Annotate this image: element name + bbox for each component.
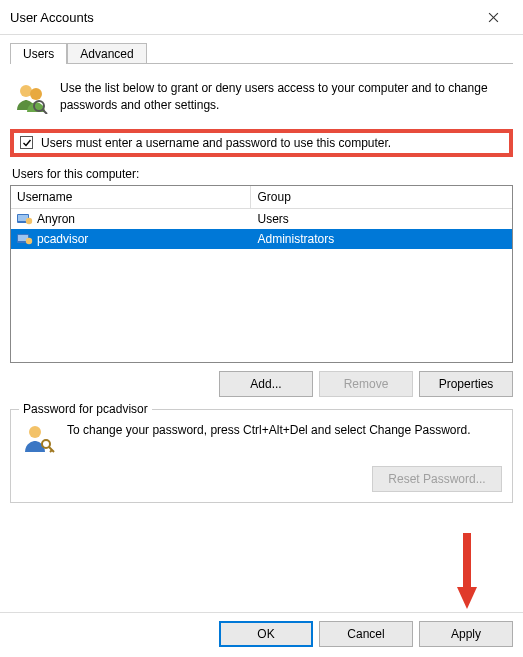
tab-advanced[interactable]: Advanced: [67, 43, 146, 63]
users-list-label: Users for this computer:: [12, 167, 513, 181]
require-login-checkbox[interactable]: [20, 136, 33, 149]
users-listbox[interactable]: Username Group Anyron Users p: [10, 185, 513, 363]
close-icon: [488, 12, 499, 23]
check-icon: [22, 138, 32, 148]
column-group[interactable]: Group: [251, 186, 512, 208]
add-button[interactable]: Add...: [219, 371, 313, 397]
svg-point-13: [42, 440, 50, 448]
listbox-header: Username Group: [11, 186, 512, 209]
require-login-label: Users must enter a username and password…: [41, 136, 391, 150]
tab-users[interactable]: Users: [10, 43, 67, 64]
svg-marker-17: [457, 587, 477, 609]
user-name: pcadvisor: [37, 232, 88, 246]
user-key-icon: [21, 422, 55, 456]
intro-row: Use the list below to grant or deny user…: [10, 72, 513, 127]
user-icon: [17, 212, 33, 226]
password-instructions: To change your password, press Ctrl+Alt+…: [67, 422, 471, 439]
properties-button[interactable]: Properties: [419, 371, 513, 397]
svg-point-8: [26, 218, 32, 224]
user-group: Administrators: [257, 232, 334, 246]
users-icon: [14, 80, 48, 114]
list-item[interactable]: Anyron Users: [11, 209, 512, 229]
svg-point-3: [30, 88, 42, 100]
titlebar: User Accounts: [0, 0, 523, 35]
column-username[interactable]: Username: [11, 186, 251, 208]
list-button-row: Add... Remove Properties: [10, 371, 513, 397]
svg-line-5: [43, 110, 47, 114]
tab-bar: Users Advanced: [10, 43, 513, 64]
close-button[interactable]: [471, 6, 515, 28]
annotation-highlight: Users must enter a username and password…: [10, 129, 513, 157]
user-icon: [17, 232, 33, 246]
window-title: User Accounts: [10, 10, 94, 25]
remove-button: Remove: [319, 371, 413, 397]
list-item[interactable]: pcadvisor Administrators: [11, 229, 512, 249]
user-name: Anyron: [37, 212, 75, 226]
svg-point-11: [26, 238, 32, 244]
svg-point-12: [29, 426, 41, 438]
password-groupbox: Password for pcadvisor To change your pa…: [10, 409, 513, 503]
svg-line-15: [50, 450, 52, 452]
cancel-button[interactable]: Cancel: [319, 621, 413, 647]
annotation-arrow-icon: [455, 531, 479, 611]
password-group-title: Password for pcadvisor: [19, 402, 152, 416]
reset-password-button: Reset Password...: [372, 466, 502, 492]
ok-button[interactable]: OK: [219, 621, 313, 647]
user-group: Users: [257, 212, 288, 226]
apply-button[interactable]: Apply: [419, 621, 513, 647]
intro-text: Use the list below to grant or deny user…: [60, 80, 509, 115]
dialog-footer: OK Cancel Apply: [0, 612, 523, 657]
dialog-content: Users Advanced Use the list below to gra…: [0, 35, 523, 511]
